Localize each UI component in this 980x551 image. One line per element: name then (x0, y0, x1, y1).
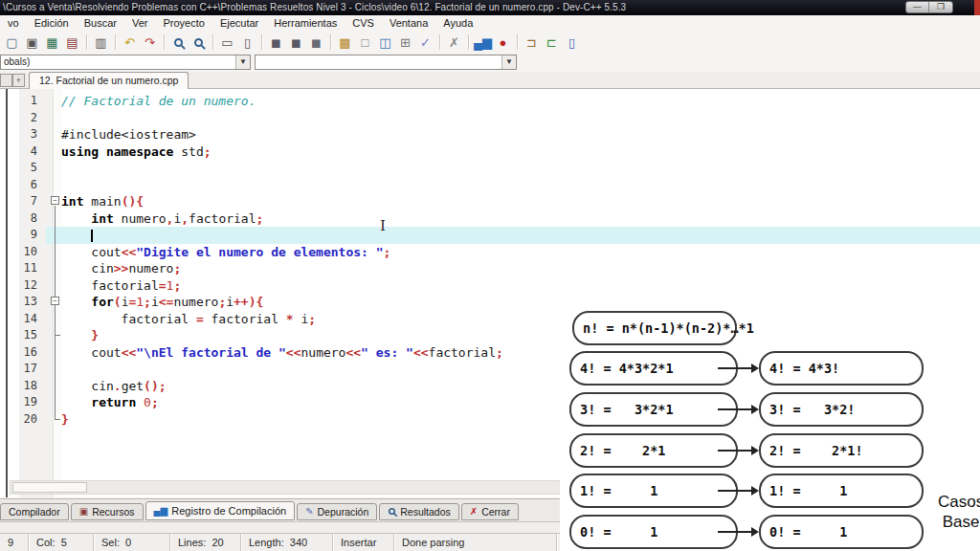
maximize-button[interactable]: ❐ (929, 2, 952, 12)
chevron-down-icon[interactable]: ▼ (501, 55, 516, 69)
find-next-icon[interactable] (189, 33, 209, 52)
code-line[interactable]: 10 cout<<"Digite el numero de elementos:… (0, 244, 980, 261)
code-line[interactable]: 7int main(){ (0, 193, 980, 210)
casos-base-label: Casos Base (938, 492, 980, 532)
new-file-icon[interactable]: ▢ (2, 33, 22, 52)
bottom-tab-compilador[interactable]: Compilador (0, 503, 69, 520)
factorial-left-box: 3! = 3*2*1 (569, 392, 738, 427)
print-icon[interactable]: ▥ (91, 33, 111, 52)
class-browser-combo[interactable]: obals) ▼ (0, 55, 251, 70)
code-text: #include<iostream> (46, 126, 980, 143)
factorial-right-box: 1! = 1 (759, 474, 924, 508)
menu-bar: voEdiciónBuscarVerProyectoEjecutarHerram… (0, 15, 980, 32)
tab-scroll-right-button[interactable]: + (12, 74, 25, 87)
status-field: Insertar (333, 534, 394, 551)
save-all-icon[interactable]: ▤ (62, 33, 82, 52)
factorial-right-box: 3! = 3*2! (759, 392, 924, 427)
bottom-tab-depuraci-n[interactable]: ✎Depuración (297, 503, 377, 520)
title-bar: \Cursos a Venta\Resolviendo Problemas co… (0, 0, 980, 15)
menu-proyecto[interactable]: Proyecto (155, 15, 212, 32)
debug-icon: ✎ (305, 507, 313, 517)
help-icon[interactable]: ▯ (562, 33, 582, 52)
line-number: 13 (0, 294, 46, 311)
status-field: Sel: 0 (94, 534, 170, 551)
line-number: 6 (0, 177, 46, 194)
toolbar-separator (86, 34, 87, 50)
mouse-cursor-ibeam: I (380, 217, 386, 234)
toolbar-separator (212, 34, 213, 50)
code-line[interactable]: 5 (0, 160, 980, 177)
results-search-icon (388, 507, 396, 518)
factorial-right-box: 2! = 2*1! (759, 433, 924, 468)
scrollbar-thumb[interactable] (12, 482, 87, 493)
code-line[interactable]: 4using namespace std; (0, 143, 980, 161)
close-button[interactable] (974, 0, 980, 15)
replace-icon[interactable]: ▭ (217, 33, 237, 52)
chevron-down-icon[interactable]: ▼ (235, 55, 250, 69)
line-number: 2 (0, 110, 46, 127)
find-icon[interactable] (168, 33, 189, 52)
save-icon[interactable]: ▦ (42, 33, 62, 52)
line-number: 7 (0, 193, 46, 210)
abort-icon[interactable]: ● (493, 33, 513, 52)
code-text (46, 177, 980, 194)
line-number: 5 (0, 160, 46, 177)
code-text: cout<<"Digite el numero de elementos: "; (46, 244, 980, 261)
line-number: 15 (0, 327, 46, 344)
open-project-icon[interactable]: □ (355, 33, 375, 52)
bottom-tab-registro-de-compilaci-n[interactable]: ▄▆Registro de Compilación (145, 501, 296, 520)
fold-collapse-icon[interactable]: − (51, 297, 59, 305)
redo-icon[interactable]: ↷ (140, 33, 160, 52)
menu-buscar[interactable]: Buscar (77, 15, 124, 32)
code-line[interactable]: 6 (0, 177, 980, 194)
log-icon[interactable]: ⊏ (542, 33, 562, 52)
code-line[interactable]: 11 cin>>numero; (0, 260, 980, 277)
window-title: \Cursos a Venta\Resolviendo Problemas co… (0, 0, 980, 15)
member-browser-combo[interactable]: ▼ (255, 55, 517, 70)
code-line[interactable]: 9 (0, 227, 980, 244)
fold-end-tick (55, 335, 60, 336)
run-icon[interactable]: ◼ (286, 33, 306, 52)
toolbar-separator (330, 34, 331, 50)
menu-ayuda[interactable]: Ayuda (435, 15, 480, 32)
profile-icon[interactable]: ▄▆ (473, 33, 493, 52)
close-panel-icon: ✗ (470, 507, 478, 517)
menu-cvs[interactable]: CVS (345, 15, 382, 32)
project-options-icon[interactable]: ◫ (375, 33, 395, 52)
new-project-icon[interactable]: ▩ (335, 33, 355, 52)
minimize-button[interactable]: — (906, 2, 929, 12)
fold-collapse-icon[interactable]: − (51, 196, 59, 205)
bottom-tab-recursos[interactable]: ▣Recursos (71, 503, 144, 520)
goto-line-icon[interactable]: ▯ (237, 33, 257, 52)
window-controls: — ❐ (905, 1, 953, 13)
code-line[interactable]: 8 int numero,i,factorial; (0, 210, 980, 228)
undo-icon[interactable]: ↶ (120, 33, 140, 52)
tab-factorial-cpp[interactable]: 12. Factorial de un numero.cpp (29, 72, 189, 89)
line-number: 11 (0, 260, 46, 277)
close-file-icon[interactable]: ✗ (444, 33, 464, 52)
editor-tab-strip: + 12. Factorial de un numero.cpp (0, 72, 980, 89)
bottom-tab-cerrar[interactable]: ✗Cerrar (461, 503, 519, 520)
menu-edicin[interactable]: Edición (27, 15, 77, 32)
code-line[interactable]: 2 (0, 110, 980, 127)
menu-herramientas[interactable]: Herramientas (266, 15, 345, 32)
menu-vo[interactable]: vo (0, 15, 27, 32)
syntax-check-icon[interactable]: ✓ (415, 33, 435, 52)
menu-ventana[interactable]: Ventana (382, 15, 435, 32)
line-number: 12 (0, 277, 46, 295)
window-grid-icon[interactable]: ⊞ (395, 33, 415, 52)
menu-ver[interactable]: Ver (124, 15, 156, 32)
bottom-tab-resultados[interactable]: Resultados (379, 503, 459, 520)
bottom-tab-label: Recursos (92, 504, 134, 519)
factorial-right-box: 4! = 4*3! (759, 351, 924, 386)
menu-ejecutar[interactable]: Ejecutar (212, 15, 266, 32)
open-file-icon[interactable]: ▣ (22, 33, 42, 52)
code-line[interactable]: 12 factorial=1; (0, 277, 980, 295)
compile-run-icon[interactable]: ◼ (306, 33, 326, 52)
exit-icon[interactable]: ⊐ (522, 33, 542, 52)
line-number: 10 (0, 244, 46, 261)
tab-scroll-left-button[interactable] (0, 74, 12, 87)
code-line[interactable]: 1// Factorial de un numero. (0, 93, 980, 110)
compile-icon[interactable]: ◼ (266, 33, 286, 52)
code-line[interactable]: 3#include<iostream> (0, 126, 980, 143)
